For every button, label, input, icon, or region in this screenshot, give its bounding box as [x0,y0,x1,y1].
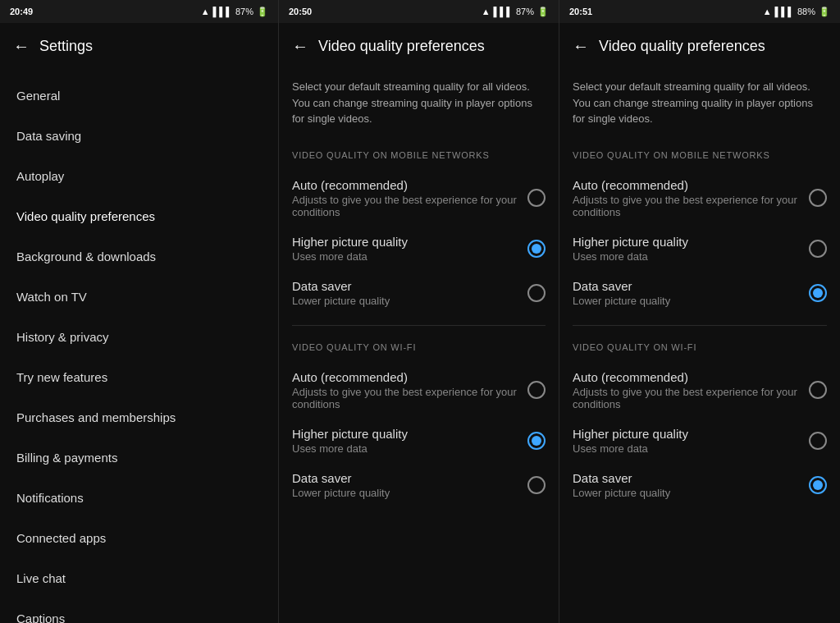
battery-icon-r: 🔋 [819,7,830,17]
radio-option-title: Higher picture quality [292,427,518,441]
radio-circle[interactable] [809,189,827,207]
radio-circle[interactable] [527,432,546,450]
radio-option-text: Data saver Lower picture quality [573,471,799,499]
vq-title-middle: Video quality preferences [318,38,485,55]
radio-option-text: Data saver Lower picture quality [573,279,799,307]
time-right: 20:51 [569,7,592,16]
radio-option-sub: Uses more data [292,442,518,455]
radio-option-sub: Lower picture quality [573,295,799,307]
settings-item[interactable]: Notifications [0,478,278,518]
radio-circle[interactable] [809,240,827,258]
radio-circle[interactable] [527,381,546,399]
radio-option[interactable]: Higher picture quality Uses more data [292,419,546,463]
battery-middle: ▲ ▌▌▌ 87% 🔋 [482,7,549,17]
radio-option[interactable]: Data saver Lower picture quality [292,271,546,315]
radio-option-text: Auto (recommended) Adjusts to give you t… [573,178,799,218]
radio-option[interactable]: Auto (recommended) Adjusts to give you t… [573,170,827,227]
radio-option-text: Auto (recommended) Adjusts to give you t… [573,370,799,410]
radio-circle[interactable] [527,240,546,258]
radio-option-sub: Lower picture quality [292,487,518,499]
radio-option[interactable]: Auto (recommended) Adjusts to give you t… [292,170,546,227]
radio-option-title: Higher picture quality [573,427,799,441]
radio-option-title: Auto (recommended) [573,178,799,192]
radio-option-sub: Adjusts to give you the best experience … [573,194,799,218]
settings-item[interactable]: History & privacy [0,317,278,357]
radio-circle[interactable] [809,284,827,302]
radio-option-sub: Adjusts to give you the best experience … [292,386,518,410]
section-label-mobile-middle: VIDEO QUALITY ON MOBILE NETWORKS [292,144,546,170]
radio-option-sub: Uses more data [573,250,799,263]
radio-option[interactable]: Data saver Lower picture quality [573,271,827,315]
back-arrow-right[interactable]: ← [573,37,589,56]
radio-option[interactable]: Auto (recommended) Adjusts to give you t… [292,362,546,419]
radio-circle[interactable] [809,381,827,399]
settings-panel: 20:49 ▲ ▌▌▌ 87% 🔋 ← Settings GeneralData… [0,0,279,623]
settings-item[interactable]: Autoplay [0,156,278,196]
radio-circle[interactable] [527,476,546,494]
radio-option-text: Higher picture quality Uses more data [573,235,799,263]
settings-item[interactable]: Billing & payments [0,437,278,478]
section-label-mobile-right: VIDEO QUALITY ON MOBILE NETWORKS [573,144,827,170]
radio-option-text: Data saver Lower picture quality [292,279,518,307]
settings-item[interactable]: General [0,76,278,116]
settings-item[interactable]: Video quality preferences [0,196,278,236]
radio-option-title: Data saver [292,471,518,485]
radio-option[interactable]: Data saver Lower picture quality [292,463,546,507]
radio-circle[interactable] [527,284,546,302]
radio-option-sub: Adjusts to give you the best experience … [573,386,799,410]
settings-item[interactable]: Watch on TV [0,277,278,317]
settings-header: ← Settings [0,23,278,69]
radio-option-title: Higher picture quality [292,235,518,249]
radio-option-text: Higher picture quality Uses more data [573,427,799,455]
radio-circle[interactable] [809,476,827,494]
time-middle: 20:50 [289,7,312,16]
vq-header-right: ← Video quality preferences [559,23,840,69]
battery-right: ▲ ▌▌▌ 88% 🔋 [763,7,830,17]
radio-circle[interactable] [809,432,827,450]
vq-content-middle: Select your default streaming quality fo… [279,69,559,623]
settings-item[interactable]: Data saving [0,116,278,156]
radio-option-title: Auto (recommended) [292,178,518,192]
battery-icon: 🔋 [257,7,268,17]
radio-option[interactable]: Auto (recommended) Adjusts to give you t… [573,362,827,419]
radio-option-title: Data saver [573,471,799,485]
back-arrow-middle[interactable]: ← [292,37,308,56]
radio-option-text: Auto (recommended) Adjusts to give you t… [292,178,518,218]
vq-content-right: Select your default streaming quality fo… [559,69,840,623]
divider-middle [292,325,546,326]
radio-option-text: Higher picture quality Uses more data [292,427,518,455]
mobile-options-right: Auto (recommended) Adjusts to give you t… [573,170,827,315]
wifi-icon-m: ▲ [482,7,491,16]
settings-item[interactable]: Try new features [0,357,278,397]
vq-title-right: Video quality preferences [599,38,765,55]
back-arrow-settings[interactable]: ← [13,37,30,56]
radio-option-sub: Uses more data [573,442,799,455]
wifi-icon: ▲ [201,7,210,16]
radio-option-sub: Lower picture quality [292,295,518,307]
mobile-options-middle: Auto (recommended) Adjusts to give you t… [292,170,546,315]
radio-option[interactable]: Higher picture quality Uses more data [573,227,827,271]
section-label-wifi-middle: VIDEO QUALITY ON WI-FI [292,336,546,362]
vq-panel-right: 20:51 ▲ ▌▌▌ 88% 🔋 ← Video quality prefer… [559,0,840,623]
settings-item[interactable]: Background & downloads [0,236,278,277]
radio-option-title: Auto (recommended) [292,370,518,384]
status-bar-middle: 20:50 ▲ ▌▌▌ 87% 🔋 [279,0,559,23]
signal-icon-r: ▌▌▌ [775,7,794,16]
radio-circle[interactable] [527,189,546,207]
battery-left: ▲ ▌▌▌ 87% 🔋 [201,7,268,17]
radio-option-title: Auto (recommended) [573,370,799,384]
settings-item[interactable]: Captions [0,598,278,623]
radio-option[interactable]: Higher picture quality Uses more data [292,227,546,271]
settings-item[interactable]: Purchases and memberships [0,397,278,437]
settings-item[interactable]: Live chat [0,558,278,598]
settings-item[interactable]: Connected apps [0,518,278,558]
section-label-wifi-right: VIDEO QUALITY ON WI-FI [573,336,827,362]
radio-option-title: Data saver [573,279,799,293]
radio-option[interactable]: Data saver Lower picture quality [573,463,827,507]
radio-option-sub: Uses more data [292,250,518,263]
radio-option-text: Higher picture quality Uses more data [292,235,518,263]
radio-option[interactable]: Higher picture quality Uses more data [573,419,827,463]
settings-list: GeneralData savingAutoplayVideo quality … [0,69,278,623]
radio-option-sub: Lower picture quality [573,487,799,499]
radio-option-title: Higher picture quality [573,235,799,249]
